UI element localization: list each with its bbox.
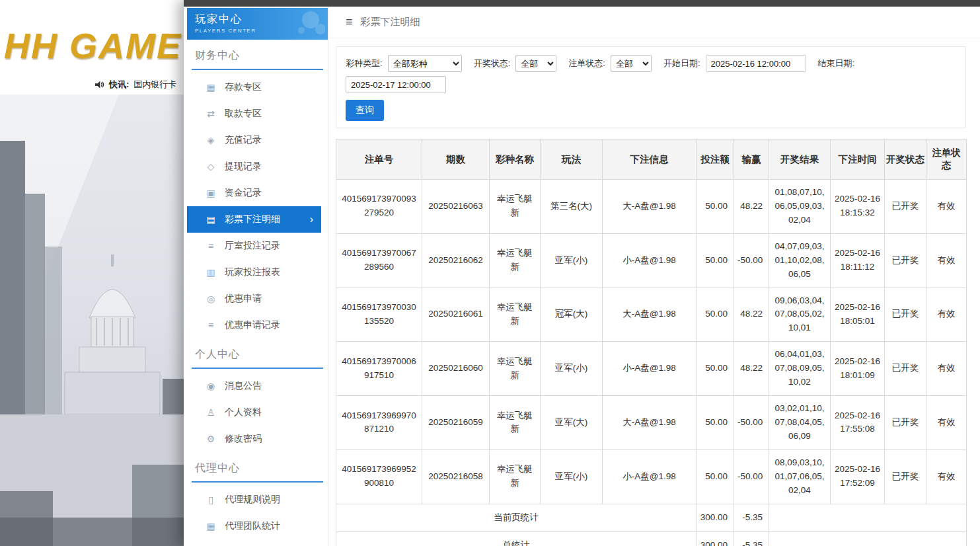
lottery-bet-details-icon: ▤: [205, 214, 217, 225]
cell-period: 20250216058: [422, 449, 490, 504]
cell-lottery: 幸运飞艇新: [490, 180, 541, 234]
bet-details-table: 注单号 期数 彩种名称 玩法 下注信息 投注额 输赢 开奖结果 下注时间 开奖状…: [336, 139, 967, 546]
deposit-icon: ▦: [205, 82, 217, 93]
cell-draw-status: 已开奖: [885, 449, 926, 504]
column-header-bet-time: 下注时间: [831, 139, 885, 180]
start-date-label: 开始日期:: [663, 58, 700, 69]
draw-status-select[interactable]: 全部: [515, 55, 556, 72]
cell-lottery: 幸运飞艇新: [490, 396, 541, 450]
end-date-input[interactable]: [346, 76, 446, 93]
sidebar-item-player-bet-report[interactable]: ▥ 玩家投注报表: [187, 259, 321, 286]
withdrawal-records-icon: ◇: [205, 161, 217, 172]
cell-order-status: 有效: [926, 449, 967, 504]
promo-apply-records-icon: ≡: [205, 320, 217, 331]
cell-period: 20250216063: [422, 180, 490, 234]
cell-order-status: 有效: [926, 342, 967, 396]
recharge-icon: ◈: [205, 135, 217, 145]
sidebar-item-recharge-records[interactable]: ◈ 充值记录: [187, 127, 321, 153]
funds-icon: ▣: [205, 188, 217, 198]
sidebar-item-profile[interactable]: ♙ 个人资料: [187, 399, 321, 426]
chevron-right-icon: ›: [310, 214, 313, 225]
column-header-order-status: 注单状态: [926, 139, 967, 180]
cell-bet-time: 2025-02-16 18:15:32: [831, 180, 885, 234]
end-date-label: 结束日期:: [818, 58, 855, 69]
column-header-period: 期数: [422, 139, 490, 180]
cell-bet-time: 2025-02-16 18:01:09: [831, 342, 885, 396]
order-status-select[interactable]: 全部: [611, 55, 652, 72]
table-row: 401569173970093279520 20250216063 幸运飞艇新 …: [336, 180, 967, 234]
sidebar-item-label: 优惠申请: [225, 293, 262, 305]
main-area: ≡ 彩票下注明细 彩种类型: 全部彩种 开奖状态: 全部 注单: [328, 7, 980, 546]
table-row: 401569173970030135520 20250216061 幸运飞艇新 …: [336, 288, 967, 342]
start-date-input[interactable]: [706, 55, 806, 72]
cell-bet-info: 小-A盘@1.98: [603, 342, 697, 396]
ticker-label: 快讯:: [109, 79, 129, 91]
news-ticker: 快讯: 国内银行卡: [0, 75, 184, 95]
column-header-draw-status: 开奖状态: [885, 139, 926, 180]
sidebar-item-label: 个人资料: [225, 407, 262, 418]
column-header-play: 玩法: [541, 139, 603, 180]
grand-total-row: 总统计 300.00 -5.35: [336, 531, 967, 546]
cell-bet-no: 401569173970067289560: [336, 233, 422, 288]
cell-bet-time: 2025-02-16 17:55:08: [831, 396, 885, 450]
cell-play: 冠军(大): [541, 288, 603, 342]
panel-top-bar: [184, 0, 980, 7]
sidebar-item-funds-records[interactable]: ▣ 资金记录: [187, 180, 321, 206]
sidebar-item-promo-apply-records[interactable]: ≡ 优惠申请记录: [187, 312, 321, 338]
cell-winloss: 48.22: [734, 288, 769, 342]
sidebar-item-agent-rules[interactable]: ▯ 代理规则说明: [187, 487, 321, 513]
cell-bet-info: 小-A盘@1.98: [603, 233, 697, 288]
sidebar-item-deposit-zone[interactable]: ▦ 存款专区: [187, 74, 321, 100]
main-content: 彩种类型: 全部彩种 开奖状态: 全部 注单状态: 全部 开始日期:: [328, 38, 980, 546]
gear-icon: ⚙: [205, 434, 217, 444]
cell-result: 03,02,01,10,07,08,04,05,06,09: [769, 396, 831, 450]
cell-period: 20250216060: [422, 342, 490, 396]
cell-period: 20250216059: [422, 396, 490, 450]
cell-bet-info: 小-A盘@1.98: [603, 449, 697, 504]
section-heading-personal: 个人中心: [192, 348, 323, 369]
background-photo: [0, 95, 184, 546]
sidebar-item-label: 代理规则说明: [225, 494, 280, 506]
site-logo: HH GAME: [4, 25, 182, 66]
cell-lottery: 幸运飞艇新: [490, 449, 541, 504]
cell-result: 08,09,03,10,01,07,06,05,02,04: [769, 449, 831, 504]
cell-play: 亚军(大): [541, 396, 603, 450]
order-status-label: 注单状态:: [568, 58, 605, 69]
sidebar-item-hall-bet-records[interactable]: ≡ 厅室投注记录: [187, 233, 321, 259]
lottery-type-select[interactable]: 全部彩种: [388, 55, 462, 72]
person-icon: ♙: [205, 407, 217, 418]
main-topbar: ≡ 彩票下注明细: [328, 7, 980, 38]
cell-draw-status: 已开奖: [885, 396, 926, 450]
sidebar-item-agent-team-stats[interactable]: ▦ 代理团队统计: [187, 513, 321, 539]
sidebar-item-change-password[interactable]: ⚙ 修改密码: [187, 426, 321, 452]
player-center-panel: 玩家中心 PLAYERS CENTER 财务中心 ▦ 存款专区 ⇄ 取款专区: [184, 0, 980, 546]
agent-menu: ▯ 代理规则说明 ▦ 代理团队统计: [187, 487, 328, 539]
query-button[interactable]: 查询: [346, 100, 384, 121]
sidebar-item-label: 充值记录: [225, 134, 262, 146]
column-header-winloss: 输赢: [734, 139, 769, 180]
ticker-text: 国内银行卡: [133, 79, 176, 91]
sidebar-item-label: 玩家投注报表: [225, 266, 280, 278]
sidebar-item-withdrawal-records[interactable]: ◇ 提现记录: [187, 153, 321, 180]
sidebar-item-lottery-bet-details[interactable]: ▤ 彩票下注明细 ›: [187, 206, 321, 233]
sidebar-item-label: 修改密码: [225, 433, 262, 445]
speaker-icon: [94, 80, 104, 89]
cell-bet-no: 401569173970006917510: [336, 342, 422, 396]
sidebar-header: 玩家中心 PLAYERS CENTER: [187, 8, 328, 40]
page-title: 彩票下注明细: [361, 16, 420, 28]
finance-menu: ▦ 存款专区 ⇄ 取款专区 ◈ 充值记录 ◇ 提现记录 ▣ 资金记录: [187, 74, 328, 338]
cell-order-status: 有效: [926, 396, 967, 450]
sidebar-item-label: 取款专区: [225, 108, 262, 120]
cell-winloss: -50.00: [734, 233, 769, 288]
column-header-amount: 投注额: [697, 139, 734, 180]
cell-order-status: 有效: [926, 233, 967, 288]
sidebar-item-withdraw-zone[interactable]: ⇄ 取款专区: [187, 100, 321, 127]
section-heading-finance: 财务中心: [192, 49, 323, 70]
sidebar-item-messages[interactable]: ◉ 消息公告: [187, 373, 321, 399]
cell-play: 亚军(小): [541, 342, 603, 396]
cell-result: 06,04,01,03,07,08,09,05,10,02: [769, 342, 831, 396]
column-header-result: 开奖结果: [769, 139, 831, 180]
hamburger-menu-icon[interactable]: ≡: [346, 15, 353, 29]
sidebar-item-promo-apply[interactable]: ◎ 优惠申请: [187, 286, 321, 312]
hall-bet-records-icon: ≡: [205, 241, 217, 251]
